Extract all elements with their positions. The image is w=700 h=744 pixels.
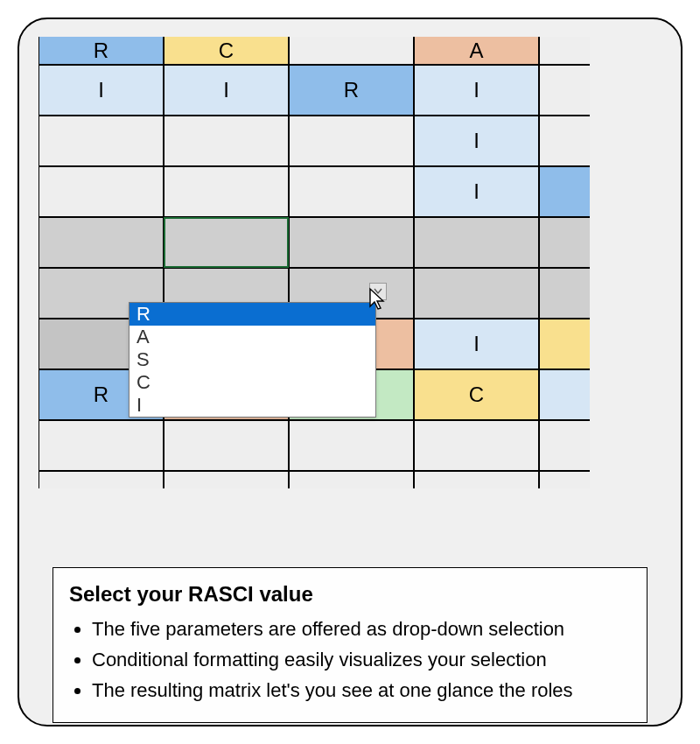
grid-cell[interactable] <box>38 166 164 217</box>
dropdown-option-c[interactable]: C <box>130 371 375 394</box>
grid-cell[interactable] <box>164 116 289 166</box>
chevron-down-icon <box>374 288 382 295</box>
grid-cell[interactable] <box>289 166 414 217</box>
grid-cell[interactable]: R <box>38 37 164 65</box>
caption-title: Select your RASCI value <box>69 582 631 607</box>
grid-cell[interactable] <box>539 420 590 471</box>
grid-cell[interactable] <box>289 217 414 268</box>
grid-cell[interactable] <box>38 471 164 488</box>
caption-bullet: The resulting matrix let's you see at on… <box>92 675 631 705</box>
grid-cell[interactable] <box>414 268 539 319</box>
rasci-dropdown: RASCI <box>129 302 376 418</box>
grid-cell[interactable]: R <box>289 65 414 116</box>
caption-bullet: Conditional formatting easily visualizes… <box>92 644 631 675</box>
grid-cell[interactable] <box>289 37 414 65</box>
grid-cell[interactable]: C <box>414 369 539 420</box>
dropdown-option-a[interactable]: A <box>130 326 375 348</box>
grid-cell[interactable] <box>164 420 289 471</box>
dropdown-option-s[interactable]: S <box>130 348 375 371</box>
grid-cell[interactable]: I <box>414 166 539 217</box>
dropdown-option-i[interactable]: I <box>130 394 375 417</box>
caption-bullet: The five parameters are offered as drop-… <box>92 614 631 644</box>
grid-cell[interactable]: I <box>414 65 539 116</box>
dropdown-list: RASCI <box>129 302 376 418</box>
grid-cell[interactable] <box>539 268 590 319</box>
grid-cell[interactable] <box>289 116 414 166</box>
grid-cell[interactable] <box>164 471 289 488</box>
grid-cell[interactable] <box>164 217 289 268</box>
grid-cell[interactable]: I <box>38 65 164 116</box>
grid-cell[interactable] <box>414 471 539 488</box>
grid-cell[interactable] <box>289 420 414 471</box>
spreadsheet-area: RCAIIRIIIAIRASC RASCI <box>38 37 662 536</box>
caption-box: Select your RASCI value The five paramet… <box>52 567 648 723</box>
grid-cell[interactable] <box>164 166 289 217</box>
grid-cell[interactable]: I <box>164 65 289 116</box>
card: RCAIIRIIIAIRASC RASCI Select your RASCI … <box>18 18 682 726</box>
grid-cell[interactable] <box>38 217 164 268</box>
grid-cell[interactable] <box>289 471 414 488</box>
grid-cell[interactable] <box>414 420 539 471</box>
grid-cell[interactable] <box>38 116 164 166</box>
rasci-grid: RCAIIRIIIAIRASC <box>38 37 662 488</box>
grid-cell[interactable] <box>539 37 590 65</box>
caption-list: The five parameters are offered as drop-… <box>69 614 631 706</box>
dropdown-option-r[interactable]: R <box>130 303 375 326</box>
dropdown-trigger-button[interactable] <box>369 283 387 300</box>
grid-cell[interactable] <box>539 471 590 488</box>
grid-cell[interactable] <box>539 166 590 217</box>
grid-cell[interactable] <box>38 420 164 471</box>
grid-cell[interactable]: I <box>414 116 539 166</box>
grid-cell[interactable] <box>539 65 590 116</box>
grid-cell[interactable] <box>539 217 590 268</box>
grid-cell[interactable]: A <box>414 37 539 65</box>
grid-cell[interactable] <box>539 116 590 166</box>
grid-cell[interactable] <box>539 319 590 369</box>
grid-cell[interactable] <box>539 369 590 420</box>
grid-cell[interactable]: I <box>414 319 539 369</box>
grid-cell[interactable] <box>414 217 539 268</box>
grid-cell[interactable]: C <box>164 37 289 65</box>
